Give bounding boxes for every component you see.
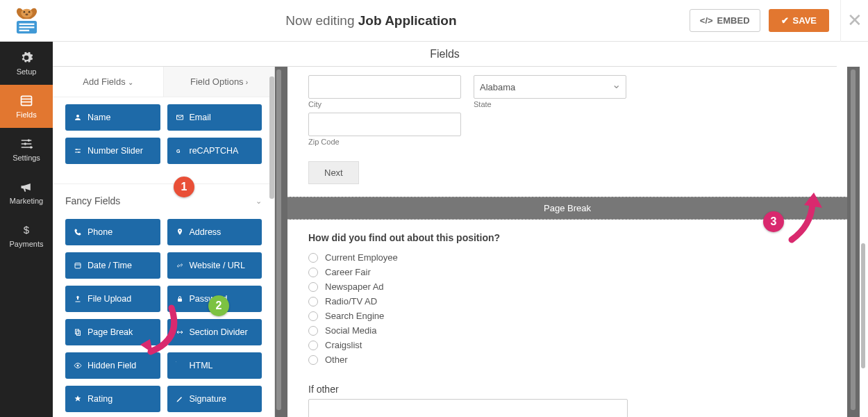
field-website[interactable]: Website / URL <box>167 252 262 279</box>
field-html-label: HTML <box>190 361 213 370</box>
nav-payments-label: Payments <box>10 240 44 248</box>
option-label: Search Engine <box>325 311 384 321</box>
radio-option[interactable]: Craigslist <box>308 338 826 352</box>
page-title: Now editing Job Application <box>53 13 690 28</box>
state-select[interactable] <box>474 75 626 99</box>
fields-header: Fields <box>53 42 837 67</box>
sidepanel-scrollbar[interactable] <box>269 76 274 199</box>
field-signature[interactable]: Signature <box>167 386 262 412</box>
zip-label: Zip Code <box>308 138 461 146</box>
svg-point-23 <box>77 365 79 367</box>
nav-marketing[interactable]: Marketing <box>0 171 53 214</box>
field-email[interactable]: Email <box>167 104 262 131</box>
field-name[interactable]: Name <box>65 104 160 131</box>
nav-setup[interactable]: Setup <box>0 42 53 85</box>
eye-icon <box>74 361 82 370</box>
embed-label: EMBED <box>717 15 750 26</box>
calendar-icon <box>74 261 82 270</box>
editing-prefix: Now editing <box>285 13 354 28</box>
tab-add-fields-label: Add Fields <box>83 76 125 87</box>
svg-point-16 <box>78 152 80 153</box>
tab-field-options[interactable]: Field Options› <box>163 67 274 97</box>
nav-fields[interactable]: Fields <box>0 85 53 128</box>
nav-payments[interactable]: $ Payments <box>0 214 53 257</box>
if-other-input[interactable] <box>308 399 628 417</box>
field-sectiondivider-label: Section Divider <box>190 327 248 337</box>
save-button[interactable]: ✔ SAVE <box>769 9 829 32</box>
field-phone[interactable]: Phone <box>65 219 160 245</box>
pencil-icon <box>176 395 184 403</box>
nav-fields-label: Fields <box>16 111 36 119</box>
side-tabs: Add Fields⌄ Field Options› <box>53 67 274 97</box>
radio-option[interactable]: Newspaper Ad <box>308 279 826 294</box>
next-button[interactable]: Next <box>308 161 359 184</box>
annotation-badge-3: 3 <box>763 211 784 232</box>
sliders-icon <box>74 147 82 155</box>
top-actions: </> EMBED ✔ SAVE <box>690 9 840 32</box>
field-number-slider-label: Number Slider <box>87 146 143 156</box>
radio-option[interactable]: Current Employee <box>308 250 826 265</box>
radio-option[interactable]: Other <box>308 352 826 367</box>
radio-icon <box>308 297 318 306</box>
radio-icon <box>308 282 318 292</box>
radio-option[interactable]: Radio/TV AD <box>308 294 826 309</box>
field-datetime[interactable]: Date / Time <box>65 252 160 279</box>
field-recaptcha[interactable]: GreCAPTCHA <box>167 138 262 164</box>
annotation-badge-1: 1 <box>174 177 194 197</box>
google-icon: G <box>176 147 184 155</box>
svg-rect-20 <box>178 299 182 302</box>
svg-text:$: $ <box>24 224 30 236</box>
option-label: Craigslist <box>325 340 362 350</box>
star-icon <box>74 395 82 403</box>
gear-icon <box>19 51 33 65</box>
field-signature-label: Signature <box>190 394 227 404</box>
svg-text:G: G <box>176 149 181 154</box>
svg-rect-18 <box>75 263 81 269</box>
if-other-label: If other <box>308 384 826 395</box>
option-label: Newspaper Ad <box>325 281 384 292</box>
nav-settings-label: Settings <box>12 154 40 162</box>
option-label: Career Fair <box>325 267 371 277</box>
link-icon <box>176 261 184 270</box>
phone-icon <box>74 228 82 236</box>
radio-option[interactable]: Search Engine <box>308 309 826 323</box>
svg-rect-7 <box>19 29 29 31</box>
radio-option[interactable]: Social Media <box>308 323 826 338</box>
zip-input[interactable] <box>308 113 461 136</box>
svg-point-0 <box>21 8 32 17</box>
svg-point-12 <box>24 142 26 145</box>
field-website-label: Website / URL <box>190 261 245 270</box>
tab-add-fields[interactable]: Add Fields⌄ <box>53 67 163 97</box>
question-label: How did you find out about this position… <box>308 232 826 243</box>
code-icon: </> <box>700 15 713 26</box>
radio-icon <box>308 341 318 350</box>
field-number-slider[interactable]: Number Slider <box>65 138 160 164</box>
app-logo <box>0 0 53 42</box>
city-input[interactable] <box>308 75 461 99</box>
svg-rect-8 <box>22 96 32 105</box>
radio-option[interactable]: Career Fair <box>308 265 826 279</box>
field-address[interactable]: Address <box>167 219 262 245</box>
preview-canvas: City State Zip Code Next Page Break How … <box>287 67 847 417</box>
chevron-down-icon: ⌄ <box>256 197 262 206</box>
field-rating[interactable]: Rating <box>65 386 160 412</box>
preview-scroll-right[interactable] <box>851 70 856 410</box>
svg-point-15 <box>76 149 78 150</box>
left-nav: Setup Fields Settings Marketing $ Paymen… <box>0 42 53 417</box>
page-scrollbar[interactable] <box>861 243 865 368</box>
radio-icon <box>308 268 318 277</box>
svg-point-2 <box>28 11 30 13</box>
field-email-label: Email <box>190 113 211 122</box>
save-label: SAVE <box>793 15 817 26</box>
embed-button[interactable]: </> EMBED <box>690 9 760 32</box>
radio-icon <box>308 355 318 365</box>
radio-icon <box>308 311 318 321</box>
page-break-divider[interactable]: Page Break <box>287 197 847 220</box>
close-button[interactable]: ✕ <box>840 0 868 42</box>
preview-scroll-left[interactable] <box>276 70 281 410</box>
option-label: Radio/TV AD <box>325 296 377 306</box>
radio-list: Current Employee Career Fair Newspaper A… <box>308 250 826 367</box>
annotation-arrow-2 <box>133 304 189 367</box>
fancy-fields-header[interactable]: Fancy Fields ⌄ <box>53 183 274 212</box>
nav-settings[interactable]: Settings <box>0 128 53 171</box>
